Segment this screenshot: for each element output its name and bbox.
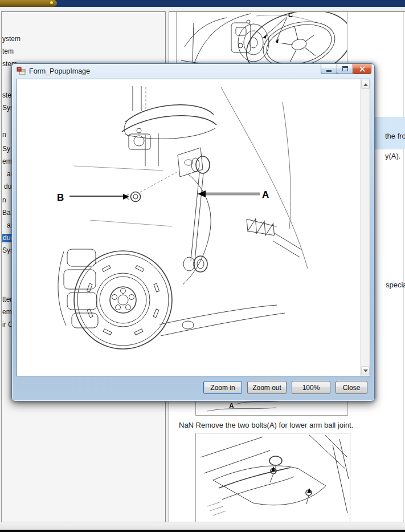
- close-window-button[interactable]: [353, 64, 371, 74]
- close-button[interactable]: Close: [336, 381, 367, 394]
- zoom-out-button[interactable]: Zoom out: [247, 381, 287, 394]
- sidebar-item[interactable]: n: [2, 196, 6, 204]
- label-b: B: [57, 192, 64, 203]
- label-a-strip: A: [229, 402, 234, 410]
- step-text: NaN Remove the two bolts(A) for lower ar…: [179, 421, 353, 429]
- doc-image-lower-arm: [195, 433, 350, 522]
- doc-fragment-3: special: [386, 281, 405, 289]
- zoom-in-button[interactable]: Zoom in: [203, 381, 242, 394]
- scroll-up-icon: [363, 83, 368, 86]
- sidebar-item[interactable]: em: [2, 308, 12, 316]
- wheel-illustration: C: [177, 11, 347, 66]
- minimize-icon: [326, 70, 332, 72]
- maximize-icon: [342, 66, 348, 71]
- scroll-up-button[interactable]: [361, 80, 370, 89]
- sidebar-item[interactable]: ste: [2, 91, 11, 99]
- sidebar-item[interactable]: tem: [2, 47, 14, 55]
- popup-image-viewport[interactable]: B A: [17, 79, 370, 376]
- brand-logo: [0, 0, 57, 7]
- sidebar-item[interactable]: Sy: [2, 145, 10, 153]
- brand-logo-dot-icon: [50, 1, 53, 4]
- top-navy-bar: [0, 0, 405, 7]
- label-a: A: [262, 189, 269, 200]
- label-c: C: [288, 11, 293, 18]
- popup-window: Form_PopupImage: [11, 63, 375, 401]
- vertical-scrollbar[interactable]: [360, 79, 370, 376]
- lower-arm-illustration: [196, 433, 350, 522]
- popup-titlebar[interactable]: Form_PopupImage: [12, 64, 374, 79]
- zoom-100-button[interactable]: 100%: [292, 381, 330, 394]
- close-icon: [359, 66, 366, 72]
- popup-title: Form_PopupImage: [29, 67, 90, 75]
- minimize-button[interactable]: [321, 64, 337, 74]
- status-bar: [0, 522, 405, 530]
- sidebar-item[interactable]: Ba: [2, 209, 11, 217]
- sidebar-item[interactable]: n: [2, 131, 6, 139]
- bottom-black-bar: [0, 530, 405, 532]
- scroll-down-button[interactable]: [361, 366, 370, 375]
- popup-button-row: Zoom in Zoom out 100% Close: [203, 381, 367, 394]
- doc-fragment-highlight: the fro: [385, 132, 405, 140]
- sidebar-item[interactable]: ystem: [2, 35, 21, 43]
- sidebar-item[interactable]: tter: [2, 295, 12, 303]
- doc-image-wheel: C: [176, 11, 347, 67]
- screen: ystemtemstemsteSysnSyembardurnBaardurSys…: [0, 0, 405, 532]
- stabilizer-link-diagram: B A: [17, 79, 361, 376]
- document-right-border: [403, 12, 404, 522]
- form-icon: [17, 67, 26, 76]
- scroll-down-icon: [363, 369, 368, 372]
- maximize-button[interactable]: [337, 64, 353, 74]
- doc-fragment-2: y(A).: [385, 152, 400, 160]
